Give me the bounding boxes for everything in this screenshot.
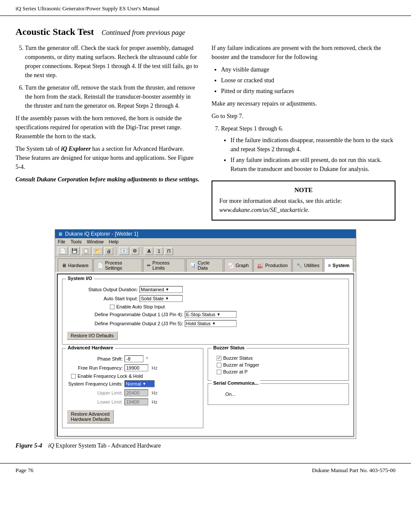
toolbar-open[interactable]: 📂 bbox=[93, 247, 103, 255]
tab-production[interactable]: 🏭 Production bbox=[253, 258, 292, 272]
buzzer-trigger-checkbox[interactable] bbox=[217, 363, 221, 367]
cycle-data-icon: 📊 bbox=[190, 263, 196, 268]
list-item: Pitted or dirty mating surfaces bbox=[221, 87, 395, 96]
consult-notice: Consult Dukane Corporation before making… bbox=[16, 175, 199, 184]
buzzer-status-checkbox[interactable] bbox=[217, 356, 221, 361]
serial-comm-group: Serial Communica... On... bbox=[208, 383, 349, 405]
tab-cycle-data[interactable]: 📊 Cycle Data bbox=[186, 258, 223, 272]
hz-unit2: Hz bbox=[152, 390, 157, 395]
auto-start-row: Auto Start Input: Solid State ▼ bbox=[75, 295, 344, 302]
buzzer-p-label: Buzzer at P bbox=[223, 369, 248, 374]
tab-process-settings-label: Process Settings bbox=[105, 260, 138, 271]
phase-shift-input[interactable] bbox=[125, 355, 143, 362]
tab-process-limits[interactable]: ✏ Process Limits bbox=[143, 258, 185, 272]
buzzer-status-title: Buzzer Status bbox=[212, 345, 246, 350]
left-column: Turn the generator off. Check the stack … bbox=[16, 44, 199, 221]
serial-comm-content: On... bbox=[212, 392, 344, 397]
section-title: Acoustic Stack Test Continued from previ… bbox=[16, 26, 395, 37]
buzzer-p-checkbox[interactable] bbox=[217, 370, 221, 374]
enable-auto-stop-row: Enable Auto Stop Input bbox=[110, 304, 344, 309]
toolbar-settings[interactable]: ⚙ bbox=[131, 247, 139, 255]
buzzer-trigger-row: Buzzer at Trigger bbox=[217, 362, 344, 367]
right-para2: Make any necessary repairs or adjustment… bbox=[212, 99, 395, 108]
restore-io-row: Restore I/O Defaults bbox=[67, 330, 344, 340]
restore-io-button[interactable]: Restore I/O Defaults bbox=[67, 331, 118, 340]
tab-hardware[interactable]: 🖥 Hardware bbox=[58, 258, 93, 272]
lower-limit-label: Lower Limit: bbox=[67, 399, 123, 404]
buzzer-status-section: Buzzer Status Buzzer at Trigger Buzzer a… bbox=[212, 355, 344, 374]
status-output-row: Status Output Duration: Maintained ▼ bbox=[75, 286, 344, 293]
toolbar-copy[interactable]: 📋 bbox=[81, 247, 91, 255]
tab-system[interactable]: ≡ System bbox=[324, 258, 353, 272]
freq-lock-checkbox[interactable] bbox=[71, 374, 76, 379]
bottom-sections: Advanced Hardware Phase Shift: ° Free Ru… bbox=[62, 348, 349, 432]
prog-output2-select[interactable]: Hold Status ▼ bbox=[185, 320, 237, 327]
hardware-icon: 🖥 bbox=[62, 263, 66, 268]
tab-cycle-data-label: Cycle Data bbox=[198, 260, 219, 271]
status-output-label: Status Output Duration: bbox=[75, 287, 138, 292]
prog-output2-label: Define Programmable Output 2 (J3 Pin 5): bbox=[71, 321, 183, 326]
note-title: NOTE bbox=[219, 187, 388, 194]
left-para1: If the assembly passes with the horn rem… bbox=[16, 114, 199, 141]
advanced-hardware-group: Advanced Hardware Phase Shift: ° Free Ru… bbox=[62, 348, 203, 428]
toolbar-save[interactable]: 💾 bbox=[69, 247, 80, 255]
prog-output1-row: Define Programmable Output 1 (J3 Pin 4):… bbox=[71, 311, 344, 318]
tab-process-settings[interactable]: 📄 Process Settings bbox=[93, 258, 142, 272]
hz-unit3: Hz bbox=[152, 399, 157, 404]
numbered-list-7: Repeat Steps 1 through 6. If the failure… bbox=[212, 124, 395, 174]
menu-tools[interactable]: Tools bbox=[71, 239, 82, 244]
toolbar-pi[interactable]: П bbox=[165, 247, 173, 255]
restore-advanced-button[interactable]: Restore Advanced Hardware Defaults bbox=[67, 410, 114, 423]
buzzer-status-label: Buzzer Status bbox=[223, 355, 252, 361]
page-body: Acoustic Stack Test Continued from previ… bbox=[0, 16, 411, 456]
phase-shift-row: Phase Shift: ° bbox=[67, 355, 199, 362]
two-column-layout: Turn the generator off. Check the stack … bbox=[16, 44, 395, 221]
list-item: If the failure indications disappear, re… bbox=[230, 136, 395, 154]
free-run-freq-input[interactable] bbox=[125, 364, 148, 371]
sys-freq-limits-select[interactable]: Normal ▼ bbox=[125, 380, 155, 387]
auto-start-select[interactable]: Solid State ▼ bbox=[140, 295, 183, 302]
upper-limit-input[interactable] bbox=[125, 389, 148, 396]
window-titlebar: 🖥 Dukane iQ Explorer - [Welder 1] bbox=[55, 230, 356, 238]
note-box: NOTE For more information about stacks, … bbox=[212, 180, 395, 221]
list-item: If any failure indications are still pre… bbox=[230, 156, 395, 174]
system-icon: ≡ bbox=[328, 263, 330, 268]
numbered-list: Turn the generator off. Check the stack … bbox=[16, 44, 199, 110]
process-limits-icon: ✏ bbox=[147, 263, 151, 268]
menu-window[interactable]: Window bbox=[87, 239, 103, 244]
advanced-hardware-section: Advanced Hardware Phase Shift: ° Free Ru… bbox=[62, 348, 203, 432]
list-item: Turn the generator off, remove the stack… bbox=[25, 83, 199, 110]
menu-file[interactable]: File bbox=[58, 239, 65, 244]
prog-output1-label: Define Programmable Output 1 (J3 Pin 4): bbox=[71, 312, 183, 317]
serial-comm-option: On... bbox=[225, 392, 236, 397]
graph-icon: 📈 bbox=[228, 263, 234, 268]
sys-freq-limits-label: System Frequency Limits: bbox=[67, 381, 123, 386]
manual-part-number: Dukane Manual Part No. 403-575-00 bbox=[312, 467, 395, 474]
section-main-title: Acoustic Stack Test bbox=[16, 26, 94, 37]
lower-limit-input[interactable] bbox=[125, 398, 148, 405]
buzzer-status-group: Buzzer Status Buzzer Status Buzzer at Tr… bbox=[208, 348, 349, 381]
enable-auto-stop-checkbox[interactable] bbox=[110, 305, 115, 309]
tab-utilities[interactable]: 🔧 Utilities bbox=[293, 258, 323, 272]
toolbar-new[interactable]: 📄 bbox=[58, 247, 68, 255]
status-output-select[interactable]: Maintained ▼ bbox=[140, 286, 183, 293]
toolbar-a[interactable]: A bbox=[145, 247, 153, 255]
menu-help[interactable]: Help bbox=[109, 239, 119, 244]
tab-graph[interactable]: 📈 Graph bbox=[224, 258, 253, 272]
figure-container: 🖥 Dukane iQ Explorer - [Welder 1] File T… bbox=[55, 229, 356, 439]
buzzer-trigger-label: Buzzer at Trigger bbox=[223, 362, 259, 367]
section-continued: Continued from previous page bbox=[102, 29, 185, 36]
degree-unit: ° bbox=[146, 356, 148, 361]
enable-auto-stop-label: Enable Auto Stop Input bbox=[116, 304, 165, 309]
toolbar-print[interactable]: 🖨 bbox=[104, 247, 113, 255]
system-io-title: System I/O bbox=[66, 276, 94, 281]
toolbar-config[interactable]: 📧 bbox=[119, 247, 129, 255]
upper-limit-label: Upper Limit: bbox=[67, 390, 123, 395]
right-para1: If any failure indications are present w… bbox=[212, 44, 395, 62]
toolbar-1[interactable]: 1 bbox=[155, 247, 163, 255]
figure-caption-text: Explorer System Tab - Advanced Hardware bbox=[56, 442, 161, 449]
prog-output1-select[interactable]: E-Stop Status ▼ bbox=[185, 311, 237, 318]
tab-utilities-label: Utilities bbox=[304, 263, 319, 268]
page-header: iQ Series Ultrasonic Generator/Power Sup… bbox=[0, 0, 411, 16]
hz-unit1: Hz bbox=[152, 365, 157, 370]
